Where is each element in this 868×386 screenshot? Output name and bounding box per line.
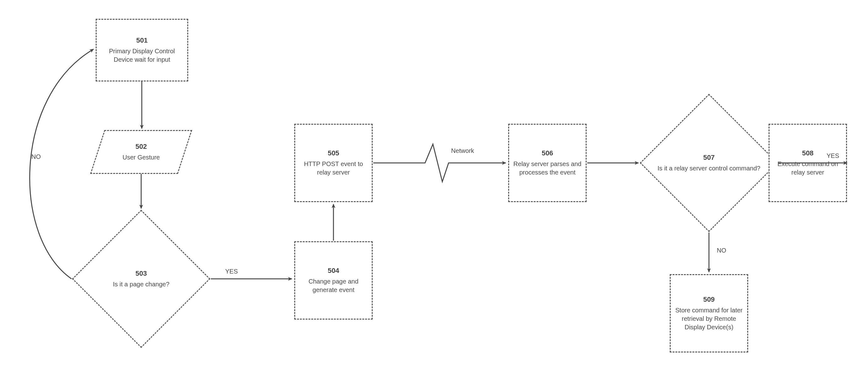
label-yes-507: YES: [827, 152, 839, 160]
node-504-number: 504: [328, 267, 339, 275]
node-503-number: 503: [135, 270, 147, 278]
label-no-507: NO: [717, 247, 726, 254]
node-503-content: 503 Is it a page change?: [72, 210, 210, 348]
node-502-text: User Gesture: [123, 153, 160, 162]
node-508-number: 508: [802, 149, 814, 157]
node-505: 505 HTTP POST event to relay server: [294, 124, 373, 202]
node-507-content: 507 Is it a relay server control command…: [640, 94, 778, 232]
node-505-number: 505: [328, 149, 339, 157]
flowchart-canvas: 501 Primary Display Control Device wait …: [0, 0, 868, 386]
node-507: 507 Is it a relay server control command…: [640, 94, 778, 232]
node-504-text: Change page and generate event: [298, 277, 369, 294]
node-502-number: 502: [135, 143, 147, 151]
node-502-content: 502 User Gesture: [97, 130, 185, 174]
node-509-number: 509: [703, 295, 715, 304]
label-no-503: NO: [31, 153, 41, 161]
node-506-text: Relay server parses and processes the ev…: [512, 160, 583, 177]
node-508: 508 Execute command on relay server: [769, 124, 847, 202]
node-505-text: HTTP POST event to relay server: [298, 160, 369, 177]
node-508-text: Execute command on relay server: [773, 160, 843, 177]
node-506-number: 506: [542, 149, 553, 157]
node-504: 504 Change page and generate event: [294, 241, 373, 320]
node-503: 503 Is it a page change?: [72, 210, 210, 348]
arrow-505-506-network: [373, 144, 506, 182]
node-501-number: 501: [136, 36, 148, 44]
label-yes-503: YES: [225, 268, 238, 275]
node-503-text: Is it a page change?: [113, 280, 169, 288]
label-network: Network: [451, 147, 474, 154]
node-502: 502 User Gesture: [97, 130, 185, 174]
node-509: 509 Store command for later retrieval by…: [670, 274, 748, 352]
node-506: 506 Relay server parses and processes th…: [508, 124, 587, 202]
node-501: 501 Primary Display Control Device wait …: [96, 19, 188, 81]
node-509-text: Store command for later retrieval by Rem…: [674, 306, 744, 331]
node-501-text: Primary Display Control Device wait for …: [100, 47, 184, 64]
node-507-number: 507: [703, 153, 715, 162]
node-507-text: Is it a relay server control command?: [657, 164, 761, 173]
